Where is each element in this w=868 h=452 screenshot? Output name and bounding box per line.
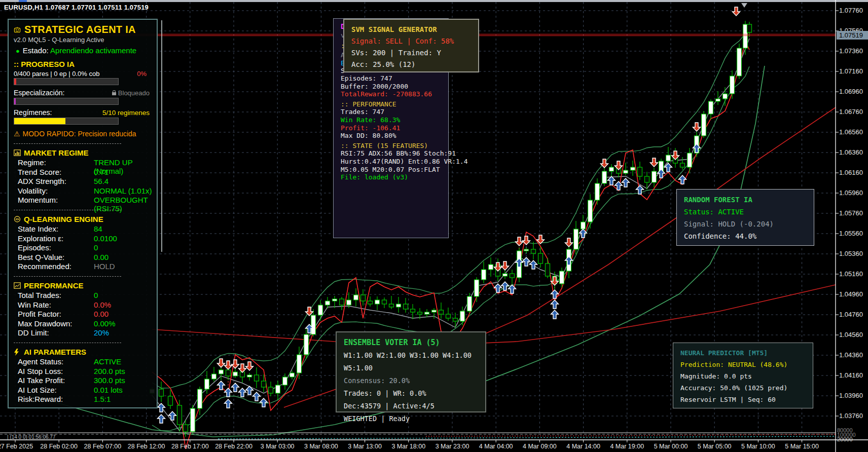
time-axis-label: 28 Feb 22:00 — [215, 443, 252, 450]
ensemble-line: ENSEMBLE VOTER IA (5) — [344, 336, 485, 349]
candle-body — [283, 377, 287, 385]
ensemble-line: Consensus: 20.0% — [344, 374, 485, 387]
candle-body — [404, 304, 408, 309]
candle-body — [531, 249, 536, 253]
candle-body — [631, 167, 635, 170]
stat-row: AI Stop Loss:200.0 pts — [14, 367, 157, 376]
candle-body — [219, 370, 224, 374]
modo-rapido-warning: ⚠MODO RAPIDO: Precision reducida — [14, 129, 157, 139]
candle-body — [184, 425, 188, 432]
neural-line: Prediction: NEUTRAL (48.6%) — [680, 359, 813, 370]
dqn-stat-line: Trades: 747 — [341, 108, 448, 116]
candle-body — [411, 309, 415, 312]
svm-line: Acc: 25.0% (12) — [351, 59, 478, 70]
candle-body — [460, 311, 465, 321]
price-axis[interactable]: 1.077601.075601.073601.071601.069601.067… — [836, 0, 868, 440]
buy-arrow-icon — [225, 388, 232, 397]
candle-body — [159, 389, 164, 396]
candle-body — [446, 314, 451, 318]
svm-line: SVs: 200 | Trained: Y — [351, 47, 478, 59]
candle-body — [702, 114, 706, 136]
ensemble-line: Dec:43579 | Active:4/5 — [344, 400, 485, 412]
candle-body — [191, 408, 195, 432]
price-axis-label: 1.03960 — [839, 392, 863, 399]
time-axis-label: 4 Mar 09:00 — [523, 443, 557, 450]
sell-arrow-icon — [523, 236, 530, 245]
random-forest-panel: RANDOM FOREST IAStatus: ACTIVESignal: HO… — [676, 189, 814, 246]
price-axis-label: 1.04760 — [839, 311, 863, 318]
progreso-header: :: PROGRESO IA — [14, 59, 157, 69]
stat-row: Win Rate:0.0% — [14, 300, 157, 310]
candle-body — [680, 163, 685, 167]
candle-body — [304, 334, 309, 355]
price-axis-label: 1.07360 — [839, 47, 863, 55]
time-axis-label: 28 Feb 17:00 — [171, 443, 209, 450]
neural-predictor-panel: NEURAL PREDICTOR [MT5]Prediction: NEUTRA… — [673, 343, 813, 408]
candle-body — [262, 381, 266, 387]
price-axis-label: 1.05960 — [839, 189, 863, 197]
sell-arrow-icon — [601, 159, 608, 168]
sell-arrow-icon — [565, 238, 573, 247]
lock-icon — [112, 92, 116, 95]
price-axis-label: 1.04360 — [839, 351, 863, 359]
brain-icon — [14, 216, 21, 222]
estado-row: ●Estado: Aprendiendo activamente — [14, 46, 157, 57]
candle-body — [311, 315, 316, 334]
time-axis-label: 27 Feb 2025 — [0, 443, 33, 450]
price-axis-label: 1.05160 — [839, 270, 863, 278]
candle-body — [354, 295, 358, 300]
buy-arrow-icon — [608, 176, 616, 185]
subwindow-teal-line — [218, 436, 836, 439]
symbol-ohlc-title: EURUSD,H1 1.07687 1.07701 1.07511 1.0751… — [4, 4, 149, 11]
stat-row: Agent Status:ACTIVE — [14, 357, 157, 367]
rf-line: Signal: HOLD (-0.204) — [684, 218, 814, 230]
stat-row: Regime:TREND UP (Normal) — [14, 158, 157, 168]
pairs-progress-row: 0/400 pares | 0 ep | 0.0% cob0% — [14, 69, 157, 78]
candle-body — [168, 396, 173, 405]
candle-body — [297, 355, 302, 373]
candle-body — [326, 301, 330, 305]
candle-body — [546, 263, 550, 276]
stat-row: DD Limit:20% — [14, 328, 157, 338]
price-axis-label: 1.05560 — [839, 230, 863, 237]
candle-body — [475, 280, 479, 296]
dqn-stat-line: TotalReward: -270883.66 — [341, 90, 448, 98]
price-axis-label: 1.06360 — [839, 148, 863, 156]
candle-body — [177, 405, 182, 425]
dqn-stat-line: :: PERFORMANCE — [341, 100, 448, 108]
price-axis-label: 1.06760 — [839, 108, 863, 116]
candle-body — [453, 318, 458, 321]
candle-body — [382, 300, 387, 304]
warning-icon: ⚠ — [14, 130, 20, 138]
candle-body — [276, 385, 280, 393]
robot-icon — [14, 26, 21, 33]
candle-body — [609, 167, 614, 171]
regimenes-bar — [14, 118, 119, 125]
time-axis[interactable]: 27 Feb 202528 Feb 02:0028 Feb 07:0028 Fe… — [0, 440, 868, 452]
status-dot-icon: ● — [16, 47, 20, 55]
dqn-stat-line: Buffer: 2000/2000 — [341, 83, 448, 91]
buy-arrow-icon — [551, 290, 559, 298]
price-axis-label: 1.07760 — [839, 7, 863, 14]
candle-body — [269, 387, 273, 393]
candle-body — [198, 389, 202, 408]
stat-row: Max Drawdown:0.00% — [14, 319, 157, 329]
candle-body — [581, 222, 586, 229]
candle-body — [347, 300, 351, 305]
candle-body — [375, 300, 380, 304]
candle-body — [652, 171, 657, 182]
sell-arrow-icon — [246, 362, 254, 370]
especializacion-row: Especialización: Bloqueado — [14, 88, 157, 97]
ensemble-line: WEIGHTED | Ready — [344, 412, 485, 425]
candle-body — [503, 274, 508, 276]
candle-body — [524, 249, 529, 251]
candle-body — [333, 299, 337, 301]
candle-body — [290, 373, 295, 377]
stat-row: Total Trades:0 — [14, 291, 157, 300]
candle-body — [730, 76, 735, 94]
panel-subtitle: v2.0 MQL5 - Q-Learning Active — [14, 36, 157, 45]
dqn-stat-line: Win Rate: 68.3% — [341, 116, 448, 124]
section-header-performance: PERFORMANCE — [14, 280, 157, 291]
sell-arrow-icon — [733, 7, 740, 16]
regimenes-row: Regímenes: 5/10 regimenes — [14, 108, 157, 117]
